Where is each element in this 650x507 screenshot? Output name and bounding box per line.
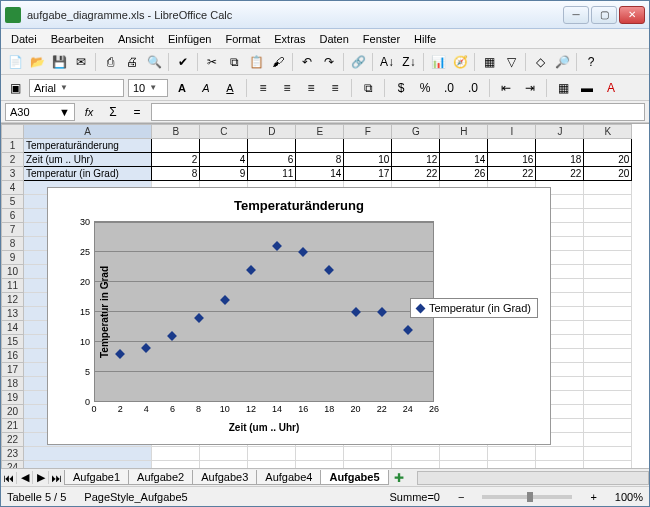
cell-K8[interactable] — [584, 237, 632, 251]
sheet-tab-aufgabe4[interactable]: Aufgabe4 — [256, 470, 321, 485]
merge-icon[interactable]: ⧉ — [358, 78, 378, 98]
indent-dec-icon[interactable]: ⇤ — [496, 78, 516, 98]
cell-I23[interactable] — [488, 447, 536, 461]
cell-B24[interactable] — [152, 461, 200, 469]
print-icon[interactable]: 🖨 — [122, 52, 142, 72]
cell-H24[interactable] — [440, 461, 488, 469]
cell-F3[interactable]: 17 — [344, 167, 392, 181]
cell-A24[interactable] — [24, 461, 152, 469]
menu-bearbeiten[interactable]: Bearbeiten — [45, 31, 110, 47]
currency-icon[interactable]: $ — [391, 78, 411, 98]
cell-J2[interactable]: 18 — [536, 153, 584, 167]
cell-K22[interactable] — [584, 433, 632, 447]
chart-icon[interactable]: 📊 — [428, 52, 448, 72]
pdf-icon[interactable]: ⎙ — [100, 52, 120, 72]
sheet-tab-aufgabe2[interactable]: Aufgabe2 — [128, 470, 193, 485]
horizontal-scrollbar[interactable] — [417, 471, 649, 485]
cell-E23[interactable] — [296, 447, 344, 461]
cell-B1[interactable] — [152, 139, 200, 153]
hyperlink-icon[interactable]: 🔗 — [348, 52, 368, 72]
cell-G1[interactable] — [392, 139, 440, 153]
cell-A2[interactable]: Zeit (um .. Uhr) — [24, 153, 152, 167]
cell-H1[interactable] — [440, 139, 488, 153]
cell-K6[interactable] — [584, 209, 632, 223]
bgcolor-icon[interactable]: ▬ — [577, 78, 597, 98]
sheet-tab-aufgabe1[interactable]: Aufgabe1 — [64, 470, 129, 485]
maximize-button[interactable]: ▢ — [591, 6, 617, 24]
borders-icon[interactable]: ▦ — [553, 78, 573, 98]
equals-icon[interactable]: = — [127, 102, 147, 122]
cell-K12[interactable] — [584, 293, 632, 307]
spellcheck-icon[interactable]: ✔ — [173, 52, 193, 72]
cell-D1[interactable] — [248, 139, 296, 153]
sort-desc-icon[interactable]: Z↓ — [399, 52, 419, 72]
cell-D2[interactable]: 6 — [248, 153, 296, 167]
open-icon[interactable]: 📂 — [27, 52, 47, 72]
cell-C2[interactable]: 4 — [200, 153, 248, 167]
cell-K18[interactable] — [584, 377, 632, 391]
cell-F23[interactable] — [344, 447, 392, 461]
cell-K5[interactable] — [584, 195, 632, 209]
cell-A1[interactable]: Temperaturänderung — [24, 139, 152, 153]
decimal-add-icon[interactable]: .0 — [439, 78, 459, 98]
menu-datei[interactable]: Datei — [5, 31, 43, 47]
cell-F1[interactable] — [344, 139, 392, 153]
shapes-icon[interactable]: ◇ — [530, 52, 550, 72]
headers-icon[interactable]: ▦ — [479, 52, 499, 72]
cell-H3[interactable]: 26 — [440, 167, 488, 181]
autofilter-icon[interactable]: ▽ — [501, 52, 521, 72]
cell-K21[interactable] — [584, 419, 632, 433]
cell-K1[interactable] — [584, 139, 632, 153]
cell-E1[interactable] — [296, 139, 344, 153]
cell-D23[interactable] — [248, 447, 296, 461]
align-justify-icon[interactable]: ≡ — [325, 78, 345, 98]
minimize-button[interactable]: ─ — [563, 6, 589, 24]
copy-icon[interactable]: ⧉ — [224, 52, 244, 72]
sheet-tab-aufgabe3[interactable]: Aufgabe3 — [192, 470, 257, 485]
email-icon[interactable]: ✉ — [71, 52, 91, 72]
cell-J1[interactable] — [536, 139, 584, 153]
italic-icon[interactable]: A — [196, 78, 216, 98]
zoom-in-icon[interactable]: + — [590, 491, 596, 503]
cell-J23[interactable] — [536, 447, 584, 461]
tab-prev-icon[interactable]: ◀ — [17, 471, 33, 484]
percent-icon[interactable]: % — [415, 78, 435, 98]
cell-G3[interactable]: 22 — [392, 167, 440, 181]
font-size-combo[interactable]: 10▼ — [128, 79, 168, 97]
sum-icon[interactable]: Σ — [103, 102, 123, 122]
tab-next-icon[interactable]: ▶ — [33, 471, 49, 484]
tab-last-icon[interactable]: ⏭ — [49, 472, 65, 484]
close-button[interactable]: ✕ — [619, 6, 645, 24]
cell-K4[interactable] — [584, 181, 632, 195]
paste-icon[interactable]: 📋 — [246, 52, 266, 72]
cell-E2[interactable]: 8 — [296, 153, 344, 167]
sheet-tab-aufgabe5[interactable]: Aufgabe5 — [320, 470, 388, 485]
cell-K20[interactable] — [584, 405, 632, 419]
save-icon[interactable]: 💾 — [49, 52, 69, 72]
bold-icon[interactable]: A — [172, 78, 192, 98]
cell-I1[interactable] — [488, 139, 536, 153]
cell-C3[interactable]: 9 — [200, 167, 248, 181]
zoom-slider[interactable] — [482, 495, 572, 499]
name-box[interactable]: A30▼ — [5, 103, 75, 121]
indent-inc-icon[interactable]: ⇥ — [520, 78, 540, 98]
find-icon[interactable]: 🔎 — [552, 52, 572, 72]
add-sheet-icon[interactable]: ✚ — [389, 468, 409, 488]
undo-icon[interactable]: ↶ — [297, 52, 317, 72]
menu-einfuegen[interactable]: Einfügen — [162, 31, 217, 47]
cell-H23[interactable] — [440, 447, 488, 461]
preview-icon[interactable]: 🔍 — [144, 52, 164, 72]
align-right-icon[interactable]: ≡ — [301, 78, 321, 98]
cell-K7[interactable] — [584, 223, 632, 237]
help-icon[interactable]: ? — [581, 52, 601, 72]
sort-asc-icon[interactable]: A↓ — [377, 52, 397, 72]
styles-icon[interactable]: ▣ — [5, 78, 25, 98]
cell-E24[interactable] — [296, 461, 344, 469]
cell-K14[interactable] — [584, 321, 632, 335]
cell-E3[interactable]: 14 — [296, 167, 344, 181]
cell-J24[interactable] — [536, 461, 584, 469]
cell-J3[interactable]: 22 — [536, 167, 584, 181]
menu-extras[interactable]: Extras — [268, 31, 311, 47]
cell-K19[interactable] — [584, 391, 632, 405]
cell-I2[interactable]: 16 — [488, 153, 536, 167]
